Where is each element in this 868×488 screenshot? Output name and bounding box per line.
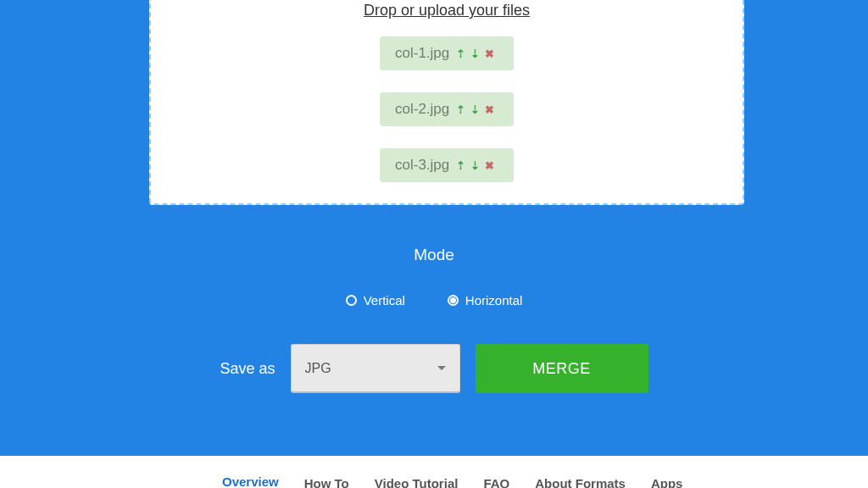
tab-faq[interactable]: FAQ <box>483 476 509 489</box>
mode-section: Mode Vertical Horizontal <box>0 246 868 308</box>
save-row: Save as JPG MERGE <box>0 344 868 393</box>
move-down-icon[interactable]: ⇣ <box>470 160 480 171</box>
file-item: col-2.jpg ⇡ ⇣ ✖ <box>380 92 514 126</box>
move-up-icon[interactable]: ⇡ <box>456 160 465 171</box>
file-item: col-1.jpg ⇡ ⇣ ✖ <box>380 36 514 70</box>
tab-how-to[interactable]: How To <box>304 476 349 489</box>
file-name: col-1.jpg <box>395 45 449 62</box>
main-panel: Drop or upload your files col-1.jpg ⇡ ⇣ … <box>0 0 868 456</box>
radio-icon <box>346 295 357 306</box>
mode-radio-horizontal[interactable]: Horizontal <box>448 293 523 308</box>
dropzone[interactable]: Drop or upload your files col-1.jpg ⇡ ⇣ … <box>149 0 744 205</box>
tab-about-formats[interactable]: About Formats <box>535 476 626 489</box>
remove-icon[interactable]: ✖ <box>485 48 494 59</box>
move-down-icon[interactable]: ⇣ <box>470 48 480 59</box>
format-value: JPG <box>305 361 331 376</box>
move-up-icon[interactable]: ⇡ <box>456 104 465 115</box>
file-name: col-3.jpg <box>395 157 449 174</box>
mode-options: Vertical Horizontal <box>0 293 868 308</box>
dropzone-title: Drop or upload your files <box>364 2 530 19</box>
remove-icon[interactable]: ✖ <box>485 160 494 171</box>
remove-icon[interactable]: ✖ <box>485 104 494 115</box>
tab-apps[interactable]: Apps <box>651 476 683 489</box>
nav-tabs: Overview How To Video Tutorial FAQ About… <box>222 474 682 488</box>
chevron-down-icon <box>437 366 446 370</box>
move-down-icon[interactable]: ⇣ <box>470 104 480 115</box>
radio-label: Horizontal <box>465 293 523 308</box>
merge-button[interactable]: MERGE <box>476 344 648 393</box>
move-up-icon[interactable]: ⇡ <box>456 48 465 59</box>
format-select[interactable]: JPG <box>291 344 460 393</box>
mode-radio-vertical[interactable]: Vertical <box>346 293 405 308</box>
mode-label: Mode <box>0 246 868 264</box>
radio-label: Vertical <box>364 293 405 308</box>
file-item: col-3.jpg ⇡ ⇣ ✖ <box>380 148 514 182</box>
file-name: col-2.jpg <box>395 101 449 118</box>
save-as-label: Save as <box>220 360 275 378</box>
tab-overview[interactable]: Overview <box>222 474 279 488</box>
radio-icon <box>448 295 459 306</box>
file-list: col-1.jpg ⇡ ⇣ ✖ col-2.jpg ⇡ ⇣ ✖ col-3.jp… <box>151 36 743 182</box>
tab-video-tutorial[interactable]: Video Tutorial <box>375 476 459 489</box>
